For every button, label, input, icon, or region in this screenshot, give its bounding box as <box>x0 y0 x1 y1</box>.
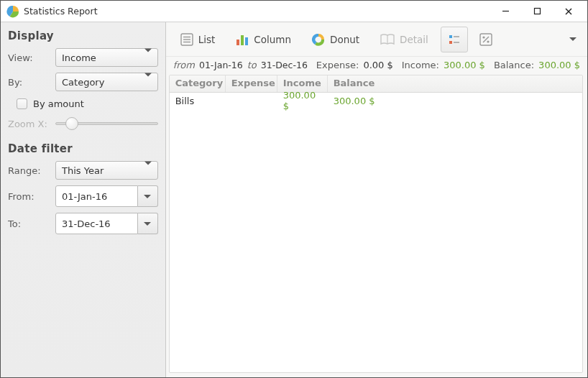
zoom-slider[interactable] <box>55 116 158 131</box>
from-row: From: 01-Jan-16 <box>8 185 158 207</box>
svg-rect-8 <box>236 40 239 45</box>
app-icon <box>6 5 19 18</box>
display-section-title: Display <box>8 29 158 42</box>
svg-point-17 <box>482 36 484 38</box>
minimize-button[interactable] <box>490 1 521 22</box>
zoom-label: Zoom X: <box>8 119 55 129</box>
by-amount-row[interactable]: By amount <box>17 98 158 109</box>
detail-label: Detail <box>400 34 428 45</box>
main: List Column <box>166 22 587 377</box>
toolbar-overflow-button[interactable] <box>564 27 582 52</box>
column-button[interactable]: Column <box>227 27 299 52</box>
cell-category: Bills <box>170 94 226 108</box>
from-date-button[interactable] <box>138 185 158 207</box>
detail-button[interactable]: Detail <box>372 27 436 52</box>
donut-chart-icon <box>311 32 326 47</box>
by-dropdown[interactable]: Category <box>55 73 158 91</box>
from-date-value[interactable]: 01-Jan-16 <box>55 185 138 207</box>
column-label: Column <box>254 34 291 45</box>
table-row[interactable]: Bills 300.00 $ 300.00 $ <box>170 93 582 109</box>
zoom-row: Zoom X: <box>8 116 158 131</box>
svg-point-18 <box>487 40 489 42</box>
summary-income-label: Income: <box>402 60 439 70</box>
to-row: To: 31-Dec-16 <box>8 213 158 234</box>
to-label: To: <box>8 218 55 229</box>
list-icon <box>180 32 194 47</box>
by-value: Category <box>62 77 104 88</box>
summary-expense-label: Expense: <box>316 60 359 70</box>
svg-rect-1 <box>534 9 540 14</box>
sidebar: Display View: Income By: Category By amo… <box>1 22 166 377</box>
chevron-down-icon <box>144 165 152 176</box>
from-date-combo[interactable]: 01-Jan-16 <box>55 185 158 207</box>
donut-label: Donut <box>330 34 359 45</box>
column-chart-icon <box>235 32 249 47</box>
chevron-down-icon <box>144 222 151 226</box>
table: Category Expense Income Balance Bills 30… <box>169 75 583 373</box>
maximize-button[interactable] <box>521 1 553 22</box>
range-label: Range: <box>8 165 55 176</box>
summary-income-value: 300.00 $ <box>444 60 485 70</box>
content: Display View: Income By: Category By amo… <box>1 22 587 377</box>
book-icon <box>380 32 395 47</box>
summary-from-word: from <box>173 60 195 70</box>
svg-rect-14 <box>449 41 452 44</box>
view-dropdown[interactable]: Income <box>55 48 158 67</box>
summary-to-date: 31-Dec-16 <box>261 60 308 70</box>
chevron-down-icon <box>569 37 576 41</box>
legend-toggle-button[interactable] <box>441 27 468 52</box>
view-value: Income <box>62 52 96 63</box>
svg-rect-12 <box>449 35 452 38</box>
th-category[interactable]: Category <box>170 75 226 92</box>
summary-from-date: 01-Jan-16 <box>199 60 243 70</box>
window-title: Statistics Report <box>24 6 490 17</box>
toolbar: List Column <box>166 22 587 57</box>
svg-rect-9 <box>241 35 244 45</box>
summary-expense-value: 0.00 $ <box>363 60 392 70</box>
table-header-row: Category Expense Income Balance <box>170 75 582 93</box>
chevron-down-icon <box>144 52 152 63</box>
svg-rect-10 <box>245 37 248 45</box>
list-button[interactable]: List <box>172 27 224 52</box>
rate-toggle-button[interactable] <box>472 27 500 52</box>
slider-thumb[interactable] <box>65 117 78 130</box>
summary-balance-label: Balance: <box>494 60 534 70</box>
by-row: By: Category <box>8 73 158 91</box>
th-balance[interactable]: Balance <box>328 75 582 92</box>
cell-income: 300.00 $ <box>277 88 328 113</box>
summary-balance-value: 300.00 $ <box>538 60 580 70</box>
th-expense[interactable]: Expense <box>226 75 277 92</box>
legend-icon <box>447 32 461 47</box>
to-date-button[interactable] <box>138 213 158 234</box>
list-label: List <box>198 34 216 45</box>
summary-bar: from 01-Jan-16 to 31-Dec-16 Expense: 0.0… <box>166 57 587 75</box>
range-dropdown[interactable]: This Year <box>55 161 158 180</box>
datefilter-section-title: Date filter <box>8 142 158 155</box>
to-date-combo[interactable]: 31-Dec-16 <box>55 213 158 234</box>
chevron-down-icon <box>144 195 151 198</box>
cell-expense <box>226 99 277 102</box>
by-amount-label: By amount <box>33 98 84 109</box>
view-row: View: Income <box>8 48 158 67</box>
summary-to-word: to <box>247 60 257 70</box>
by-label: By: <box>8 77 55 88</box>
donut-button[interactable]: Donut <box>303 27 367 52</box>
range-value: This Year <box>62 165 104 176</box>
chevron-down-icon <box>144 77 152 88</box>
titlebar: Statistics Report <box>1 1 587 22</box>
from-label: From: <box>8 191 55 202</box>
view-label: View: <box>8 52 55 63</box>
range-row: Range: This Year <box>8 161 158 180</box>
to-date-value[interactable]: 31-Dec-16 <box>55 213 138 234</box>
percent-icon <box>479 32 493 47</box>
close-button[interactable] <box>553 1 584 22</box>
by-amount-checkbox[interactable] <box>17 98 27 109</box>
cell-balance: 300.00 $ <box>328 94 582 108</box>
